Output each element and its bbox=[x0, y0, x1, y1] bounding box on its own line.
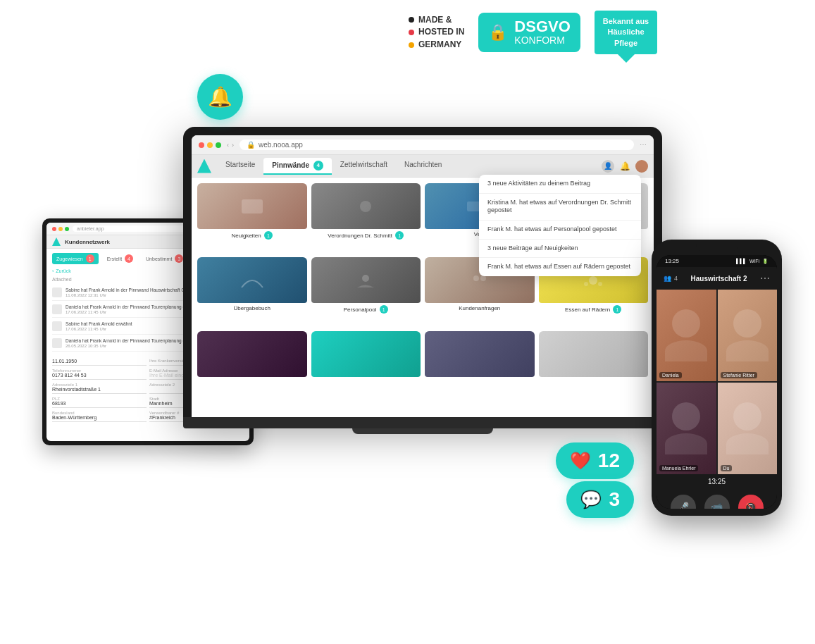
notif-item-5[interactable]: Frank M. hat etwas auf Essen auf Rädern … bbox=[479, 258, 641, 276]
hosted-text: HOSTED IN bbox=[418, 27, 464, 38]
pin-card-row3d[interactable] bbox=[539, 331, 649, 390]
pin-card-uebergabe[interactable]: Übergabebuch bbox=[197, 257, 307, 327]
browser-url-bar[interactable]: 🔒 web.nooa.app bbox=[239, 140, 634, 150]
nav-tabs: Startseite Pinnwände 4 Zettelwirtschaft … bbox=[217, 158, 450, 175]
bell-float-icon: 🔔 bbox=[208, 85, 232, 109]
phone-screen: 13:25 ▌▌▌ WiFi 🔋 👥 4 Hauswirtschaft 2 ⋯ bbox=[657, 255, 777, 509]
notif-item-4[interactable]: 3 neue Beiträge auf Neuigkeiten bbox=[479, 240, 641, 259]
list-icon-4 bbox=[52, 338, 62, 348]
card-label-uebergabe: Übergabebuch bbox=[197, 305, 307, 311]
list-icon-2 bbox=[52, 304, 62, 314]
hangup-button[interactable]: 📵 bbox=[738, 495, 764, 509]
video-cell-daniela: Daniela bbox=[657, 290, 716, 381]
list-meta-2: 17.06.2022 11:45 Uhr bbox=[66, 310, 199, 314]
daniela-head bbox=[672, 309, 700, 338]
list-content-3: Sabine hat Frank Arnold erwähnt 17.06.20… bbox=[66, 321, 132, 331]
card-image-neuigkeiten bbox=[197, 183, 307, 229]
manuela-name-label: Manuela Ehrler bbox=[659, 465, 698, 471]
notif-item-1[interactable]: 3 neue Aktivitäten zu deinem Beitrag bbox=[479, 175, 641, 194]
form-field-bundesland: Bundesland Baden-Württemberg bbox=[52, 411, 147, 422]
browser-menu[interactable]: ⋯ bbox=[640, 141, 647, 149]
video-cell-stefanie: Stefanie Ritter bbox=[718, 290, 778, 381]
phone-status-time: 13:25 bbox=[665, 258, 679, 264]
small-tab-zugewiesen[interactable]: Zugewiesen 1 bbox=[52, 253, 99, 264]
geburtsdatum-value: 11.01.1950 bbox=[52, 359, 147, 364]
wifi-icon: WiFi bbox=[749, 259, 759, 264]
notification-icon[interactable]: 🔔 bbox=[618, 160, 631, 173]
erstellt-badge: 4 bbox=[125, 254, 133, 263]
profile-icon[interactable]: 👤 bbox=[602, 160, 614, 173]
pin-card-personal[interactable]: Personalpool 1 bbox=[311, 257, 421, 327]
flag-line-2: HOSTED IN bbox=[409, 27, 464, 38]
tab-startseite[interactable]: Startseite bbox=[217, 158, 263, 175]
tab-pinnwaende[interactable]: Pinnwände 4 bbox=[263, 158, 332, 175]
bundesland-value: Baden-Württemberg bbox=[52, 415, 147, 420]
list-icon-3 bbox=[52, 321, 62, 331]
lock-icon: 🔒 bbox=[488, 24, 507, 41]
du-face bbox=[718, 383, 778, 474]
comment-stat-bubble: 💬 3 bbox=[566, 481, 634, 518]
pinnwaende-badge: 4 bbox=[313, 161, 323, 171]
pin-card-row3b[interactable] bbox=[311, 331, 421, 390]
phone-call-participants: 👥 4 bbox=[664, 275, 678, 282]
tab-zettelwirtschaft[interactable]: Zettelwirtschaft bbox=[332, 158, 396, 175]
phone-call-menu-icon[interactable]: ⋯ bbox=[760, 273, 770, 284]
small-dot-max bbox=[65, 227, 69, 231]
du-body bbox=[726, 433, 769, 454]
form-field-geburtsdatum: 11.01.1950 bbox=[52, 359, 147, 366]
nooa-logo bbox=[197, 159, 211, 173]
manuela-face bbox=[657, 383, 716, 474]
small-dot-close bbox=[52, 227, 56, 231]
laptop-stand bbox=[352, 428, 493, 434]
made-in-germany-badge: MADE & HOSTED IN GERMANY bbox=[409, 15, 464, 51]
phone: 13:25 ▌▌▌ WiFi 🔋 👥 4 Hauswirtschaft 2 ⋯ bbox=[652, 240, 782, 516]
video-button[interactable]: 📹 bbox=[704, 495, 730, 509]
svg-point-6 bbox=[589, 276, 597, 285]
list-text-4: Daniela hat Frank Arnold in der Pinnwand… bbox=[66, 338, 199, 344]
dot-close bbox=[199, 142, 204, 148]
telefon-value: 0173 812 44 53 bbox=[52, 373, 147, 378]
video-cell-du: Du bbox=[718, 383, 778, 474]
pin-card-neuigkeiten[interactable]: Neuigkeiten 1 bbox=[197, 183, 307, 253]
pin-card-row3a[interactable] bbox=[197, 331, 307, 390]
flag-dot-red bbox=[409, 30, 414, 35]
small-tab-erstellt[interactable]: Erstellt 4 bbox=[103, 253, 137, 264]
stefanie-body bbox=[726, 340, 769, 361]
list-content-2: Daniela hat Frank Arnold in der Pinnwand… bbox=[66, 304, 199, 314]
video-cell-manuela: Manuela Ehrler bbox=[657, 383, 716, 474]
small-tab-unbestimmt[interactable]: Unbestimmt 3 bbox=[142, 253, 187, 264]
back-label: Zurück bbox=[56, 268, 70, 273]
daniela-name-label: Daniela bbox=[659, 372, 682, 378]
mute-button[interactable]: 🎤 bbox=[671, 495, 696, 509]
back-arrow[interactable]: ‹ bbox=[227, 142, 229, 149]
notification-dropdown: 3 neue Aktivitäten zu deinem Beitrag Kri… bbox=[479, 175, 641, 276]
participants-icon: 👥 bbox=[664, 275, 671, 282]
pin-card-row3c[interactable] bbox=[425, 331, 535, 390]
list-text-3: Sabine hat Frank Arnold erwähnt bbox=[66, 321, 132, 327]
pin-card-verordnung[interactable]: Verordnungen Dr. Schmitt 1 bbox=[311, 183, 421, 253]
tab-nachrichten[interactable]: Nachrichten bbox=[396, 158, 450, 175]
phone-call-controls: 🎤 📹 📵 bbox=[657, 489, 777, 509]
notif-item-3[interactable]: Frank M. hat etwas auf Personalpool gepo… bbox=[479, 221, 641, 240]
daniela-face bbox=[657, 290, 716, 381]
plz-value: 68193 bbox=[52, 401, 147, 406]
flag-dot-gold bbox=[409, 42, 414, 48]
list-text-2: Daniela hat Frank Arnold in der Pinnwand… bbox=[66, 304, 199, 310]
flag-dot-black bbox=[409, 17, 414, 23]
heart-stat-bubble: ❤️ 12 bbox=[556, 442, 634, 479]
browser-bar: ‹ › 🔒 web.nooa.app ⋯ bbox=[192, 135, 654, 155]
stefanie-head bbox=[733, 309, 761, 338]
back-chevron: ‹ bbox=[52, 268, 54, 273]
bekannt-line1: Bekannt aus bbox=[603, 17, 649, 25]
forward-arrow[interactable]: › bbox=[232, 142, 234, 149]
form-field-telefon: Telefonnummer 0173 812 44 53 bbox=[52, 369, 147, 380]
bekannt-badge: Bekannt aus Häusliche Pflege bbox=[595, 11, 657, 54]
svg-point-7 bbox=[584, 282, 588, 286]
notif-item-2[interactable]: Kristina M. hat etwas auf Verordnungen D… bbox=[479, 194, 641, 221]
card-badge-personal: 1 bbox=[380, 305, 388, 314]
avatar-icon[interactable] bbox=[635, 160, 648, 173]
made-text: MADE & bbox=[418, 15, 452, 26]
card-label-kunden: Kundenanfragen bbox=[425, 305, 535, 311]
dsgvo-badge: 🔒 DSGVO KONFORM bbox=[478, 13, 580, 52]
svg-point-4 bbox=[473, 275, 479, 281]
